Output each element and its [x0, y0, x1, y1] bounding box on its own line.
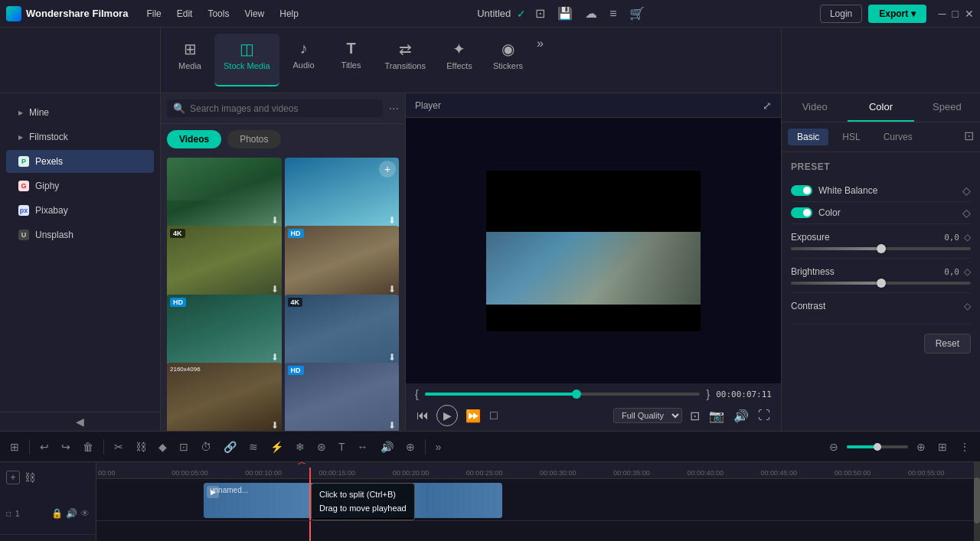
timer-button[interactable]: ⏱ [197, 438, 215, 455]
list-item[interactable]: + ⬇ [285, 158, 400, 229]
toolbar-stickers[interactable]: ◉ Stickers [484, 34, 532, 86]
sidebar-item-giphy[interactable]: G Giphy [6, 174, 154, 197]
search-input[interactable] [190, 103, 377, 114]
play-button[interactable]: ▶ [436, 405, 458, 426]
snapshot-button[interactable]: 📷 [707, 407, 726, 425]
toolbar-stock-media[interactable]: ◫ Stock Media [214, 34, 279, 86]
list-item[interactable]: HD ⬇ [167, 295, 282, 366]
split-audio-button[interactable]: ≋ [245, 438, 262, 455]
white-balance-toggle[interactable] [791, 185, 812, 196]
stop-button[interactable]: □ [488, 407, 499, 424]
audio-stretch-button[interactable]: ↔ [354, 438, 372, 455]
timeline-more-icon[interactable]: ⋮ [956, 438, 974, 455]
list-item[interactable]: ⬇ [167, 158, 282, 229]
tab-speed[interactable]: Speed [914, 93, 980, 122]
toolbar-titles[interactable]: T Titles [328, 34, 374, 86]
toolbar-expand-icon[interactable]: » [534, 34, 547, 86]
sidebar-item-filmstock[interactable]: ▶ Filmstock [6, 125, 154, 148]
export-button[interactable]: Export ▾ [868, 5, 926, 23]
pip-button[interactable]: ⊡ [688, 407, 701, 425]
quality-select[interactable]: Full Quality 1/2 Quality 1/4 Quality [613, 408, 682, 423]
photos-tab[interactable]: Photos [227, 130, 280, 148]
exposure-slider[interactable] [791, 247, 971, 250]
search-more-icon[interactable]: ··· [389, 102, 399, 116]
brightness-slider[interactable] [791, 282, 971, 285]
search-input-wrap[interactable]: 🔍 [167, 99, 383, 117]
add-track-icon[interactable]: + [6, 471, 20, 484]
menu-view[interactable]: View [238, 5, 270, 22]
freeze-button[interactable]: ❄ [292, 438, 309, 455]
subtab-basic[interactable]: Basic [788, 129, 828, 145]
tab-color[interactable]: Color [848, 93, 913, 122]
sidebar-item-pixabay[interactable]: px Pixabay [6, 199, 154, 222]
collapse-icon[interactable]: ◀ [76, 416, 84, 428]
menu-help[interactable]: Help [273, 5, 305, 22]
scrollbar-thumb[interactable] [974, 477, 980, 523]
audio-connect-button[interactable]: ⛓ [132, 438, 150, 455]
toolbar-transitions[interactable]: ⇄ Transitions [376, 34, 435, 86]
list-item[interactable]: 2160x4096 ⬇ [167, 363, 282, 431]
exposure-thumb[interactable] [877, 244, 886, 253]
track-lock-icon[interactable]: 🔒 [51, 508, 63, 519]
exposure-reset-icon[interactable]: ◇ [964, 232, 971, 243]
monitor-icon[interactable]: ⊡ [532, 5, 548, 22]
contrast-reset-icon[interactable]: ◇ [964, 301, 971, 311]
fullscreen-icon[interactable]: ⤢ [763, 99, 772, 112]
white-balance-expand-icon[interactable]: ◇ [962, 184, 971, 197]
maximize-button[interactable]: □ [952, 8, 959, 20]
list-item[interactable]: HD ⬇ [285, 363, 400, 431]
auto-beat-button[interactable]: ⊕ [402, 438, 419, 455]
track-mute-icon[interactable]: 🔊 [66, 508, 77, 519]
close-button[interactable]: ✕ [965, 8, 974, 20]
menu-edit[interactable]: Edit [171, 5, 199, 22]
text-button[interactable]: T [335, 438, 349, 455]
redo-button[interactable]: ↪ [57, 438, 74, 455]
speed-button[interactable]: ⚡ [266, 438, 287, 455]
brightness-thumb[interactable] [877, 279, 886, 288]
delete-button[interactable]: 🗑 [79, 438, 97, 455]
more-tools-button[interactable]: » [432, 438, 446, 455]
reset-button[interactable]: Reset [924, 334, 971, 354]
keyframe-button[interactable]: ◆ [155, 438, 171, 455]
tab-video[interactable]: Video [782, 93, 848, 122]
link-snap-icon[interactable]: ⛓ [24, 471, 35, 484]
sidebar-collapse[interactable]: ◀ [0, 412, 160, 431]
brightness-reset-icon[interactable]: ◇ [964, 266, 971, 277]
audio-button[interactable]: 🔊 [732, 407, 750, 425]
volume-button[interactable]: 🔊 [377, 438, 397, 455]
save-button[interactable]: 💾 [554, 5, 576, 22]
menu-more-icon[interactable]: ≡ [606, 5, 619, 22]
track-eye-icon[interactable]: 👁 [80, 508, 90, 519]
fullscreen-button[interactable]: ⛶ [756, 407, 772, 424]
zoom-slider[interactable] [847, 445, 908, 448]
subtab-hsl[interactable]: HSL [833, 129, 869, 145]
toolbar-audio[interactable]: ♪ Audio [281, 34, 327, 86]
undo-button[interactable]: ↩ [36, 438, 53, 455]
cloud-icon[interactable]: ☁ [582, 5, 600, 22]
cart-icon[interactable]: 🛒 [626, 5, 648, 22]
progress-thumb[interactable] [572, 389, 581, 399]
sidebar-item-pexels[interactable]: P Pexels [6, 150, 154, 173]
list-item[interactable]: HD ⬇ [285, 226, 400, 297]
play-forward-button[interactable]: ⏩ [464, 407, 482, 425]
toolbar-effects[interactable]: ✦ Effects [436, 34, 482, 86]
login-button[interactable]: Login [820, 5, 862, 23]
zoom-out-button[interactable]: ⊖ [825, 438, 842, 455]
mark-in-icon[interactable]: { [415, 388, 419, 400]
sidebar-item-mine[interactable]: ▶ Mine [6, 101, 154, 124]
menu-file[interactable]: File [140, 5, 167, 22]
sidebar-item-unsplash[interactable]: U Unsplash [6, 223, 154, 246]
skip-back-button[interactable]: ⏮ [415, 407, 430, 424]
list-item[interactable]: 4K ⬇ [167, 226, 282, 297]
cut-button[interactable]: ✂ [110, 438, 127, 455]
transform-button[interactable]: ⊛ [313, 438, 330, 455]
minimize-button[interactable]: ─ [939, 8, 946, 20]
videos-tab[interactable]: Videos [167, 130, 221, 148]
list-item[interactable]: 4K ⬇ [285, 295, 400, 366]
timeline-scrollbar[interactable] [974, 462, 980, 541]
add-media-icon[interactable]: + [379, 161, 396, 178]
color-expand-icon[interactable]: ◇ [962, 207, 971, 219]
crop-button[interactable]: ⊡ [175, 438, 192, 455]
grid-view-button[interactable]: ⊞ [6, 438, 23, 455]
toolbar-media[interactable]: ⊞ Media [167, 34, 213, 86]
